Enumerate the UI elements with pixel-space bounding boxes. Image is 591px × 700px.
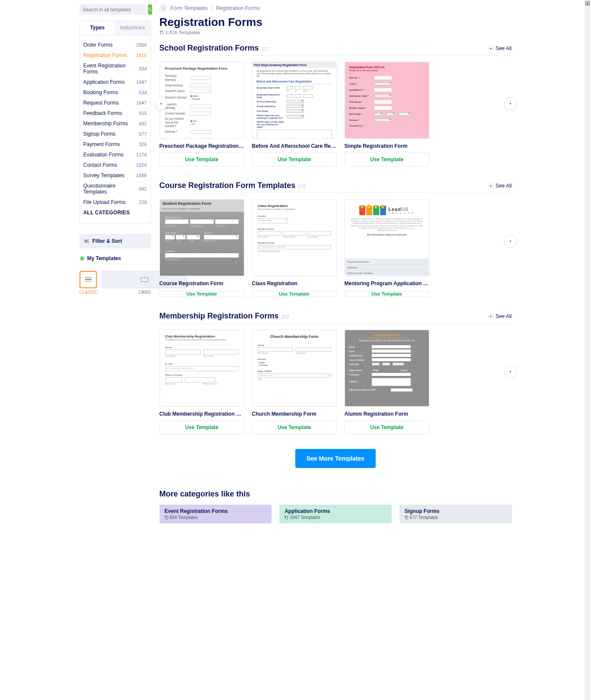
use-template-button[interactable]: Use Template xyxy=(252,420,337,434)
sidebar-category[interactable]: Membership Forms432 xyxy=(83,118,147,129)
sidebar-category[interactable]: Survey Templates1688 xyxy=(83,170,147,181)
template-card: Registration Form Alumni Evening 15th No… xyxy=(345,330,429,434)
sidebar: Types Industries Order Forms2000Registra… xyxy=(80,4,151,523)
carousel-membership: Club Membership Registration Complete th… xyxy=(160,330,512,434)
use-template-button[interactable]: Use Template xyxy=(160,420,244,434)
category-label: Feedback Forms xyxy=(83,110,122,116)
template-card: Church Membership Form Name First NameLa… xyxy=(252,330,337,434)
template-title: Church Membership Form xyxy=(252,411,337,417)
see-all-link-course[interactable]: ▸See All xyxy=(489,183,511,189)
category-count: 834 xyxy=(139,66,147,71)
category-label: File Upload Forms xyxy=(83,199,126,205)
template-card: Class Registration Fill out the form car… xyxy=(252,199,337,297)
category-label: Contact Forms xyxy=(83,162,118,168)
sidebar-category[interactable]: Event Registration Forms834 xyxy=(83,60,147,77)
back-button[interactable] xyxy=(160,4,167,12)
carousel-next-school[interactable] xyxy=(504,97,517,110)
template-preview[interactable]: Student Registration Form Fill out the f… xyxy=(160,199,244,276)
sidebar-category[interactable]: Registration Forms1816 xyxy=(83,50,147,60)
template-card: Club Membership Registration Complete th… xyxy=(160,330,244,434)
section-title-membership: Membership Registration Forms 202 xyxy=(160,312,289,321)
use-template-button[interactable]: Use Template xyxy=(345,153,429,166)
template-title: Simple Registration Form xyxy=(345,143,429,149)
category-count: 228 xyxy=(139,200,147,205)
sidebar-category[interactable]: Questionnaire Templates692 xyxy=(83,181,147,197)
category-count: 1024 xyxy=(136,162,147,168)
category-count: 1174 xyxy=(136,152,147,157)
filter-sort-label: Filter & Sort xyxy=(93,238,122,244)
use-template-button[interactable]: Use Template xyxy=(160,291,244,297)
category-label: Request Forms xyxy=(83,100,119,106)
template-preview[interactable]: Registration Form Alumni Evening 15th No… xyxy=(345,330,429,407)
filter-sort-button[interactable]: Filter & Sort xyxy=(80,234,151,248)
sidebar-category[interactable]: Contact Forms1024 xyxy=(83,160,147,170)
template-title: Class Registration xyxy=(252,280,337,286)
carousel-course: Student Registration Form Fill out the f… xyxy=(160,199,512,297)
search-button[interactable] xyxy=(148,4,152,15)
sidebar-tabs: Types Industries xyxy=(80,21,151,35)
tab-industries[interactable]: Industries xyxy=(115,21,150,35)
category-label: Payment Forms xyxy=(83,141,120,147)
templates-count-text: 1,816 Templates xyxy=(166,30,201,35)
related-category[interactable]: Application Forms 1947 Templates xyxy=(279,505,392,523)
sidebar-category[interactable]: Feedback Forms915 xyxy=(83,108,147,118)
breadcrumb: Form Templates / Registration Forms xyxy=(160,4,512,12)
category-count: 677 xyxy=(139,131,147,137)
use-template-button[interactable]: Use Template xyxy=(252,291,337,297)
sidebar-category[interactable]: Payment Forms326 xyxy=(83,139,147,150)
search-icon xyxy=(148,7,152,12)
category-label: Signup Forms xyxy=(83,131,116,137)
template-card: First Steps Academy Registration Form Al… xyxy=(252,62,337,166)
view-mode-classic[interactable]: CLASSIC xyxy=(80,271,98,295)
template-title: Club Membership Registration Form xyxy=(160,411,244,417)
chevron-left-icon xyxy=(162,6,165,10)
sidebar-category[interactable]: Request Forms1647 xyxy=(83,98,147,108)
sidebar-category[interactable]: File Upload Forms228 xyxy=(83,197,147,207)
template-title: Before And Afterschool Care Registra... xyxy=(252,143,337,149)
sidebar-category[interactable]: Booking Forms634 xyxy=(83,87,147,98)
template-preview[interactable]: Class Registration Fill out the form car… xyxy=(252,199,337,276)
template-preview[interactable]: Preschool Package Registration Form Pare… xyxy=(160,62,244,139)
see-all-link-school[interactable]: ▸See All xyxy=(489,45,511,51)
template-title: Course Registration Form xyxy=(160,280,244,286)
template-preview[interactable]: LeadUS P R O G R A M Welcome to LeadUS P… xyxy=(345,199,429,276)
category-count: 1947 xyxy=(136,80,147,85)
related-category[interactable]: Signup Forms 677 Templates xyxy=(399,505,512,523)
see-all-link-membership[interactable]: ▸See All xyxy=(489,313,511,319)
carousel-next-membership[interactable] xyxy=(504,365,517,378)
related-category[interactable]: Event Registration Forms 834 Templates xyxy=(160,505,272,523)
template-card: LeadUS P R O G R A M Welcome to LeadUS P… xyxy=(345,199,429,297)
my-templates-link[interactable]: My Templates xyxy=(80,255,151,261)
see-more-button[interactable]: See More Templates xyxy=(295,449,376,468)
scrollbar-up-button[interactable]: ▴ xyxy=(585,1,590,6)
use-template-button[interactable]: Use Template xyxy=(252,153,337,166)
template-preview[interactable]: Club Membership Registration Complete th… xyxy=(160,330,244,407)
category-count: 432 xyxy=(139,121,147,126)
sidebar-category[interactable]: Order Forms2000 xyxy=(83,40,147,50)
template-card: Registration Form 2013-14 Please fill in… xyxy=(345,62,429,166)
search-input[interactable] xyxy=(80,4,146,15)
template-title: Preschool Package Registration Form xyxy=(160,143,244,149)
template-preview[interactable]: First Steps Academy Registration Form Al… xyxy=(252,62,337,139)
breadcrumb-current: Registration Forms xyxy=(216,5,260,11)
scrollbar-track[interactable] xyxy=(585,6,590,523)
sidebar-all-categories[interactable]: ALL CATEGORIES xyxy=(83,207,147,218)
carousel-prev-school[interactable] xyxy=(154,97,167,110)
carousel-next-course[interactable] xyxy=(504,235,517,248)
use-template-button[interactable]: Use Template xyxy=(345,291,429,297)
template-title: Mentoring Program Application Form xyxy=(345,280,429,286)
breadcrumb-root[interactable]: Form Templates xyxy=(171,5,208,11)
tab-types[interactable]: Types xyxy=(80,21,115,35)
template-card: Student Registration Form Fill out the f… xyxy=(160,199,244,297)
view-mode-classic-label: CLASSIC xyxy=(80,290,98,295)
sidebar-category[interactable]: Evaluation Forms1174 xyxy=(83,150,147,160)
template-preview[interactable]: Church Membership Form Name First NameLa… xyxy=(252,330,337,407)
category-label: Survey Templates xyxy=(83,172,125,178)
category-list: Order Forms2000Registration Forms1816Eve… xyxy=(80,35,151,223)
sidebar-category[interactable]: Application Forms1947 xyxy=(83,77,147,87)
sidebar-category[interactable]: Signup Forms677 xyxy=(83,129,147,139)
category-count: 326 xyxy=(139,142,147,147)
use-template-button[interactable]: Use Template xyxy=(160,153,244,166)
template-preview[interactable]: Registration Form 2013-14 Please fill in… xyxy=(345,62,429,139)
use-template-button[interactable]: Use Template xyxy=(345,420,429,434)
